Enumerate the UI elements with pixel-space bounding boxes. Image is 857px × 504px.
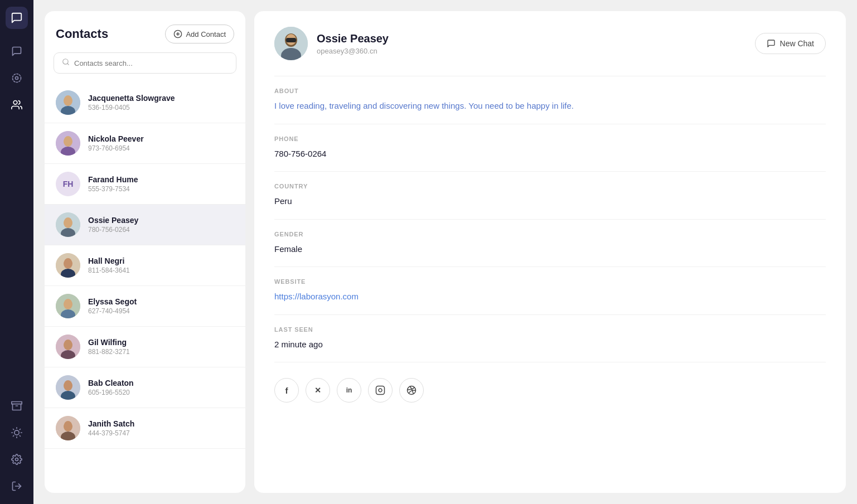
bot-nav-item[interactable] xyxy=(6,67,28,89)
avatar xyxy=(56,294,80,318)
contact-phone: 536-159-0405 xyxy=(88,104,234,112)
theme-nav-item[interactable] xyxy=(6,421,28,444)
new-chat-button[interactable]: New Chat xyxy=(755,33,826,54)
svg-line-20 xyxy=(67,64,69,65)
dribbble-button[interactable] xyxy=(399,378,424,403)
svg-line-8 xyxy=(13,429,14,430)
dribbble-icon xyxy=(406,385,417,395)
avatar-img xyxy=(56,131,80,156)
phone-label: PHONE xyxy=(274,135,826,142)
archive-nav-item[interactable] xyxy=(6,395,28,417)
contact-phone: 444-379-5747 xyxy=(88,429,234,437)
avatar xyxy=(56,375,80,400)
search-input[interactable] xyxy=(74,59,228,67)
gender-label: GENDER xyxy=(274,231,826,238)
new-chat-label: New Chat xyxy=(780,39,814,48)
detail-name: Ossie Peasey xyxy=(317,32,389,45)
avatar-img xyxy=(56,212,80,237)
contact-info: Hall Negri 811-584-3641 xyxy=(88,256,234,274)
avatar xyxy=(56,253,80,278)
contact-name: Ossie Peasey xyxy=(88,216,234,225)
website-value[interactable]: https://laborasyon.com xyxy=(274,292,359,301)
contact-phone: 627-740-4954 xyxy=(88,307,234,315)
avatar-initials: FH xyxy=(56,172,80,196)
website-section: WEBSITE https://laborasyon.com xyxy=(274,266,826,314)
logout-nav-item[interactable] xyxy=(6,475,28,497)
svg-point-44 xyxy=(64,340,72,348)
svg-point-14 xyxy=(16,458,18,461)
contact-item[interactable]: FH Farand Hume 555-379-7534 xyxy=(45,164,245,205)
svg-point-28 xyxy=(64,136,72,145)
linkedin-button[interactable]: in xyxy=(337,378,361,403)
contact-name: Jacquenetta Slowgrave xyxy=(88,94,234,103)
detail-panel: Ossie Peasey opeasey3@360.cn New Chat AB… xyxy=(254,11,846,493)
detail-email: opeasey3@360.cn xyxy=(317,47,389,55)
gender-section: GENDER Female xyxy=(274,219,826,267)
contact-item[interactable]: Jacquenetta Slowgrave 536-159-0405 xyxy=(45,83,245,123)
svg-line-9 xyxy=(20,435,20,436)
add-contact-button[interactable]: Add Contact xyxy=(165,25,234,43)
contacts-header: Contacts Add Contact xyxy=(45,11,245,52)
svg-rect-57 xyxy=(286,38,296,42)
contact-phone: 605-196-5520 xyxy=(88,389,234,396)
contacts-nav-item[interactable] xyxy=(6,94,28,116)
svg-rect-58 xyxy=(376,386,385,395)
contact-info: Ossie Peasey 780-756-0264 xyxy=(88,216,234,234)
contact-item[interactable]: Gil Wilfing 881-882-3271 xyxy=(45,327,245,367)
contact-phone: 555-379-7534 xyxy=(88,185,234,193)
svg-point-48 xyxy=(64,380,72,389)
svg-point-36 xyxy=(64,258,72,267)
contact-item[interactable]: Hall Negri 811-584-3641 xyxy=(45,245,245,286)
contact-name: Gil Wilfing xyxy=(88,338,234,347)
search-icon xyxy=(62,58,70,68)
detail-avatar-group: Ossie Peasey opeasey3@360.cn xyxy=(274,27,389,60)
detail-header: Ossie Peasey opeasey3@360.cn New Chat xyxy=(274,27,826,60)
instagram-button[interactable] xyxy=(368,378,393,403)
nav-bottom-group xyxy=(6,395,28,497)
svg-point-32 xyxy=(64,217,72,226)
contact-info: Nickola Peever 973-760-6954 xyxy=(88,134,234,152)
svg-line-12 xyxy=(13,435,14,436)
about-label: ABOUT xyxy=(274,88,826,94)
contact-name: Hall Negri xyxy=(88,256,234,265)
svg-point-24 xyxy=(64,95,72,104)
avatar xyxy=(56,90,80,115)
last-seen-label: LAST SEEN xyxy=(274,326,826,333)
x-twitter-button[interactable]: ✕ xyxy=(306,378,330,403)
contacts-panel: Contacts Add Contact xyxy=(45,11,245,493)
contact-item[interactable]: Nickola Peever 973-760-6954 xyxy=(45,123,245,164)
avatar-img xyxy=(56,253,80,278)
about-section: ABOUT I love reading, traveling and disc… xyxy=(274,76,826,124)
chat-icon xyxy=(767,39,776,48)
contact-info: Farand Hume 555-379-7534 xyxy=(88,175,234,193)
country-value: Peru xyxy=(274,195,826,208)
facebook-button[interactable]: f xyxy=(274,378,299,403)
contact-item[interactable]: Ossie Peasey 780-756-0264 xyxy=(45,205,245,245)
social-section: f ✕ in xyxy=(274,362,826,414)
settings-nav-item[interactable] xyxy=(6,448,28,471)
svg-point-52 xyxy=(64,421,72,430)
svg-rect-3 xyxy=(12,402,22,404)
contact-name: Janith Satch xyxy=(88,419,234,428)
contact-info: Jacquenetta Slowgrave 536-159-0405 xyxy=(88,94,234,112)
svg-point-0 xyxy=(16,77,18,80)
app-logo[interactable] xyxy=(6,7,28,29)
contact-phone: 811-584-3641 xyxy=(88,266,234,274)
avatar-img xyxy=(56,375,80,400)
sidebar-nav xyxy=(0,0,33,504)
website-label: WEBSITE xyxy=(274,278,826,285)
phone-value: 780-756-0264 xyxy=(274,148,826,161)
contact-name: Nickola Peever xyxy=(88,134,234,143)
contact-name: Elyssa Segot xyxy=(88,297,234,306)
contact-item[interactable]: Bab Cleaton 605-196-5520 xyxy=(45,367,245,408)
chat-nav-item[interactable] xyxy=(6,40,28,62)
contact-info: Elyssa Segot 627-740-4954 xyxy=(88,297,234,315)
gender-value: Female xyxy=(274,243,826,256)
svg-point-40 xyxy=(64,299,72,308)
last-seen-value: 2 minute ago xyxy=(274,338,826,351)
contact-item[interactable]: Janith Satch 444-379-5747 xyxy=(45,408,245,449)
phone-section: PHONE 780-756-0264 xyxy=(274,124,826,172)
avatar-img xyxy=(56,335,80,359)
contact-item[interactable]: Elyssa Segot 627-740-4954 xyxy=(45,286,245,327)
search-container[interactable] xyxy=(54,52,236,74)
